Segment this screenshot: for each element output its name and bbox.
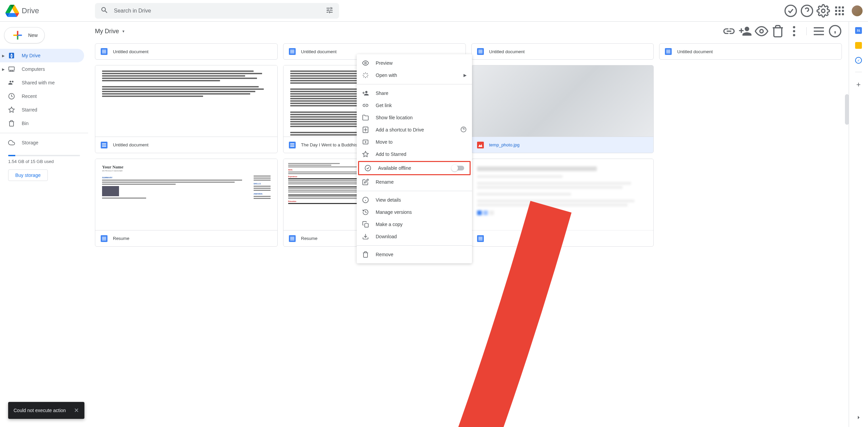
star-icon [362, 151, 369, 158]
sidebar-item-my-drive[interactable]: ▶ My Drive [0, 49, 84, 62]
menu-add-shortcut[interactable]: Add a shortcut to Drive [357, 124, 472, 136]
get-link-button[interactable] [722, 24, 736, 38]
svg-point-8 [793, 34, 795, 36]
header-actions [784, 4, 863, 18]
delete-button[interactable] [771, 24, 785, 38]
help-icon[interactable] [460, 126, 467, 134]
svg-point-5 [760, 29, 763, 33]
file-card[interactable]: Your Name SR.PRODUCT DESIGNER SUMMARY [95, 159, 278, 247]
sidebar-item-bin[interactable]: Bin [0, 117, 84, 130]
sidebar-item-computers[interactable]: ▶ Computers [0, 62, 84, 76]
drive-logo-icon [5, 4, 19, 18]
sidebar-label: Shared with me [22, 80, 55, 85]
new-button[interactable]: New [4, 27, 45, 43]
chevron-right-icon: ▶ [2, 67, 5, 71]
search-options-icon[interactable] [326, 6, 334, 16]
keep-icon[interactable] [855, 42, 862, 49]
menu-view-details[interactable]: View details [357, 194, 472, 206]
toast-close-button[interactable]: ✕ [74, 407, 79, 414]
sidebar-item-starred[interactable]: Starred [0, 103, 84, 117]
shortcut-icon [362, 126, 369, 133]
app-name: Drive [22, 6, 39, 15]
menu-open-with[interactable]: Open with▶ [357, 69, 472, 81]
file-card-selected[interactable]: temp_photo.jpg [471, 65, 654, 153]
move-icon [362, 139, 369, 145]
separator [357, 245, 472, 246]
divider [855, 72, 862, 72]
help-icon[interactable] [800, 4, 814, 18]
file-name: Untitled document [677, 49, 713, 54]
sidebar-item-recent[interactable]: Recent [0, 89, 84, 103]
file-name: Resume [113, 236, 129, 241]
menu-download[interactable]: Download [357, 230, 472, 243]
my-drive-icon [8, 52, 15, 59]
rename-icon [362, 179, 369, 185]
sidebar-item-storage[interactable]: Storage [0, 136, 84, 149]
menu-get-link[interactable]: Get link [357, 99, 472, 111]
file-name: Untitled document [113, 142, 149, 147]
image-icon [477, 142, 484, 148]
svg-rect-3 [9, 67, 15, 70]
menu-share[interactable]: Share [357, 87, 472, 99]
chevron-down-icon: ▼ [122, 29, 125, 33]
menu-remove[interactable]: Remove [357, 248, 472, 261]
file-card[interactable] [471, 159, 654, 247]
preview-button[interactable] [755, 24, 768, 38]
computers-icon [8, 66, 15, 73]
file-card[interactable]: Untitled document [95, 43, 278, 60]
file-card[interactable]: Untitled document [471, 43, 654, 60]
settings-icon[interactable] [816, 4, 830, 18]
sidebar-label: My Drive [22, 53, 40, 58]
svg-point-6 [793, 26, 795, 28]
docs-icon [477, 235, 484, 242]
file-name: Resume [301, 236, 317, 241]
details-button[interactable] [828, 24, 842, 38]
list-view-button[interactable] [812, 24, 826, 38]
search-input[interactable] [114, 8, 326, 14]
storage-text: 1.54 GB of 15 GB used [8, 159, 80, 164]
sidebar-label: Storage [22, 140, 38, 145]
scrollbar-track[interactable] [845, 40, 849, 243]
cloud-icon [8, 139, 15, 146]
file-card[interactable]: Untitled document [95, 65, 278, 153]
offline-ready-icon[interactable] [784, 4, 797, 18]
offline-toggle[interactable] [452, 166, 464, 170]
apps-icon[interactable] [833, 4, 846, 18]
shared-icon [8, 79, 15, 86]
breadcrumb[interactable]: My Drive ▼ [95, 28, 125, 35]
menu-manage-versions[interactable]: Manage versions [357, 206, 472, 218]
search-bar[interactable] [95, 3, 339, 19]
svg-point-13 [365, 165, 371, 171]
toast-message: Could not execute action [14, 408, 66, 413]
menu-add-starred[interactable]: Add to Starred [357, 148, 472, 160]
tasks-icon[interactable] [855, 57, 862, 64]
file-card[interactable]: Untitled document [659, 43, 842, 60]
user-avatar[interactable] [852, 5, 863, 16]
offline-icon [364, 165, 371, 171]
menu-available-offline[interactable]: Available offline [359, 162, 470, 174]
more-actions-button[interactable] [787, 24, 801, 38]
menu-preview[interactable]: Preview [357, 57, 472, 69]
menu-make-copy[interactable]: Make a copy [357, 218, 472, 230]
svg-point-10 [365, 62, 367, 64]
highlight-annotation: Available offline [358, 161, 471, 175]
add-addon-button[interactable]: + [856, 80, 861, 89]
docs-icon [289, 235, 296, 242]
chevron-right-icon: ▶ [2, 54, 5, 58]
chevron-right-icon: ▶ [463, 73, 467, 78]
menu-move-to[interactable]: Move to [357, 136, 472, 148]
buy-storage-button[interactable]: Buy storage [8, 169, 48, 181]
menu-rename[interactable]: Rename [357, 176, 472, 188]
logo-area[interactable]: Drive [5, 4, 90, 18]
menu-show-location[interactable]: Show file location [357, 111, 472, 124]
separator [357, 191, 472, 191]
scrollbar-thumb[interactable] [845, 94, 849, 125]
separator [806, 27, 807, 35]
header: Drive [0, 0, 868, 22]
right-panel: 31 + [849, 22, 868, 427]
share-button[interactable] [738, 24, 752, 38]
sidebar-item-shared[interactable]: Shared with me [0, 76, 84, 89]
collapse-panel-icon[interactable] [854, 413, 863, 422]
docs-icon [101, 142, 107, 148]
calendar-icon[interactable]: 31 [855, 27, 862, 34]
